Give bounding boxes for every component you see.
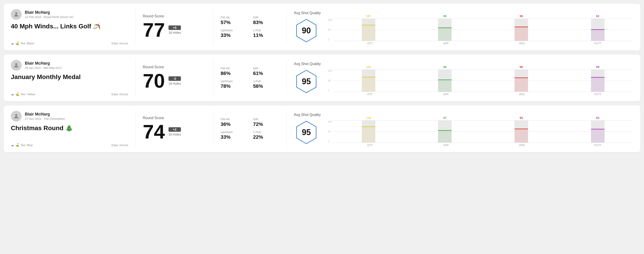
bar-line xyxy=(591,77,604,78)
chart-x-label: PUTT xyxy=(562,93,633,96)
round-title: Christmas Round 🎄 xyxy=(11,124,128,132)
tee-label: Tee: Blue xyxy=(20,143,33,147)
chart-x-label: APP xyxy=(411,93,481,96)
round-card: Blair McHarg 12 Feb 2022 · Royal North D… xyxy=(4,3,640,50)
user-name: Blair McHarg xyxy=(25,61,62,66)
stats-grid: FW Hit 36% GIR 72% Up/Down 33% 1 Putt 22… xyxy=(220,118,279,140)
bar-fill xyxy=(591,29,604,41)
stat-label: 1 Putt xyxy=(253,80,279,83)
stat-value: 61% xyxy=(253,70,279,76)
tee-label: Tee: Yellow xyxy=(20,93,35,96)
chart-x-label: ARG xyxy=(486,42,557,45)
bar-wrapper xyxy=(591,120,604,143)
quality-section: Avg Shot Quality 95 xyxy=(294,113,321,145)
bar-group-app: 87 xyxy=(410,116,480,143)
score-section-label: Round Score xyxy=(143,65,206,69)
chart-labels-row: OTTAPPARGPUTT xyxy=(328,42,633,45)
stat-value: 33% xyxy=(220,134,247,140)
stat-item-fw-hit: FW Hit 36% xyxy=(220,118,247,127)
stat-item-1-putt: 1 Putt 11% xyxy=(253,29,279,38)
bars-area: 101 86 96 9 xyxy=(333,69,633,92)
left-section: Blair McHarg 27 Dec 2021 · The Oxfordshi… xyxy=(11,111,128,147)
left-section: Blair McHarg 12 Feb 2022 · Royal North D… xyxy=(11,9,128,45)
bar-fill xyxy=(362,77,375,92)
bar-wrapper xyxy=(591,69,604,92)
stat-label: GIR xyxy=(253,118,279,121)
stat-label: Up/Down xyxy=(220,80,247,83)
score-detail: +5 18 Holes xyxy=(168,25,181,34)
bar-group-putt: 82 xyxy=(562,14,633,41)
bar-line xyxy=(438,80,452,80)
divider-2 xyxy=(213,60,214,96)
stat-value: 83% xyxy=(253,20,279,25)
weather-icon: ☁ xyxy=(11,92,14,96)
stat-label: 1 Putt xyxy=(253,130,279,134)
score-section: Round Score 70 -2 18 Holes xyxy=(143,60,206,96)
user-header: Blair McHarg 27 Dec 2021 · The Oxfordshi… xyxy=(11,111,128,122)
bar-group-arg: 96 xyxy=(486,65,557,92)
stat-value: 72% xyxy=(253,121,279,127)
y-label: 100 xyxy=(328,69,332,72)
bar-group-app: 95 xyxy=(410,14,480,41)
stat-value: 36% xyxy=(220,121,247,127)
divider-2 xyxy=(213,111,214,147)
stat-value: 86% xyxy=(220,70,247,76)
y-label: 50 xyxy=(328,130,332,133)
bar-group-app: 86 xyxy=(410,65,480,92)
divider-1 xyxy=(135,9,136,45)
bar-wrapper xyxy=(362,120,375,143)
score-detail: -2 18 Holes xyxy=(168,76,181,85)
tee-marker-icon: ⛳ xyxy=(15,143,19,147)
bar-line xyxy=(591,29,604,30)
chart-x-label: PUTT xyxy=(562,144,633,147)
bar-fill xyxy=(362,25,375,41)
quality-label: Avg Shot Quality xyxy=(294,113,321,117)
stat-value: 11% xyxy=(253,32,279,38)
tee-info: ☁ ⛳ Tee: Yellow xyxy=(11,92,35,96)
divider-2 xyxy=(213,9,214,45)
bar-value-label: 93 xyxy=(596,116,599,120)
score-section-label: Round Score xyxy=(143,116,206,120)
score-display: 70 -2 18 Holes xyxy=(143,71,206,91)
bar-wrapper xyxy=(438,69,452,92)
score-number: 70 xyxy=(143,71,165,91)
user-meta: 12 Feb 2022 · Royal North Devon GC xyxy=(25,15,74,19)
chart-x-label: PUTT xyxy=(562,42,633,45)
user-meta: 29 Jan 2022 · Mill Ride GCC xyxy=(25,66,62,70)
quality-hexagon: 95 xyxy=(294,120,319,145)
score-number: 74 xyxy=(143,122,165,142)
quality-section: Avg Shot Quality 90 xyxy=(294,11,321,43)
bar-group-ott: 110 xyxy=(333,116,404,143)
divider-3 xyxy=(286,9,287,45)
bar-value-label: 98 xyxy=(520,14,523,18)
bar-value-label: 86 xyxy=(443,65,446,69)
stat-item-fw-hit: FW Hit 86% xyxy=(220,67,247,76)
stat-value: 22% xyxy=(253,134,279,140)
chart-x-label: ARG xyxy=(486,144,557,147)
stats-grid: FW Hit 86% GIR 61% Up/Down 78% 1 Putt 56… xyxy=(220,67,279,89)
weather-icon: ☁ xyxy=(11,41,14,45)
stat-label: Up/Down xyxy=(220,29,247,32)
bar-wrapper xyxy=(438,18,452,41)
bar-wrapper xyxy=(514,69,528,92)
chart-x-label: APP xyxy=(411,42,481,45)
stat-item-gir: GIR 61% xyxy=(253,67,279,76)
stat-label: 1 Putt xyxy=(253,29,279,32)
bar-fill xyxy=(591,129,604,143)
score-badge: -2 xyxy=(168,76,181,81)
quality-label: Avg Shot Quality xyxy=(294,62,321,66)
quality-section: Avg Shot Quality 95 xyxy=(294,62,321,94)
bar-wrapper xyxy=(438,120,452,143)
stats-section: FW Hit 57% GIR 83% Up/Down 33% 1 Putt 11… xyxy=(220,9,279,45)
chart-y-labels: 100500 xyxy=(328,120,332,143)
chart-labels-row: OTTAPPARGPUTT xyxy=(328,144,633,147)
bar-wrapper xyxy=(514,120,528,143)
bar-group-arg: 95 xyxy=(486,116,557,143)
tee-marker-icon: ⛳ xyxy=(15,41,19,45)
y-label: 50 xyxy=(328,28,332,31)
score-section-label: Round Score xyxy=(143,14,206,18)
chart-outer: Avg Shot Quality 95 100500 110 xyxy=(294,111,633,147)
y-label: 100 xyxy=(328,18,332,21)
chart-outer: Avg Shot Quality 95 100500 101 xyxy=(294,60,633,96)
stats-section: FW Hit 86% GIR 61% Up/Down 78% 1 Putt 56… xyxy=(220,60,279,96)
